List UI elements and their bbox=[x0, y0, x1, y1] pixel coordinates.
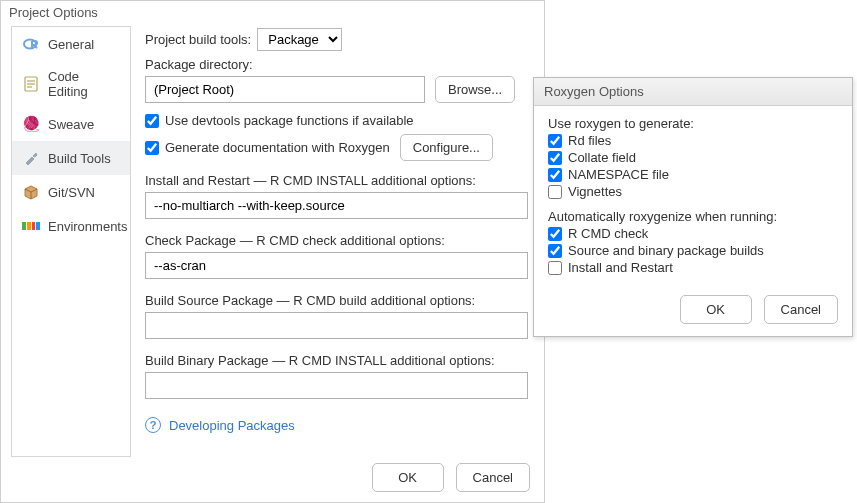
browse-button[interactable]: Browse... bbox=[435, 76, 515, 103]
build-bin-opts-input[interactable] bbox=[145, 372, 528, 399]
sidebar-item-label: Sweave bbox=[48, 117, 94, 132]
project-options-dialog: Project Options General Code Editing bbox=[0, 0, 545, 503]
gen-roxygen-checkbox[interactable] bbox=[145, 141, 159, 155]
help-icon: ? bbox=[145, 417, 161, 433]
roxygen-gen-heading: Use roxygen to generate: bbox=[548, 116, 838, 131]
pkg-dir-input[interactable] bbox=[145, 76, 425, 103]
sweave-icon: 🧶 bbox=[22, 115, 40, 133]
sidebar-nav: General Code Editing 🧶 Sweave Build bbox=[11, 26, 131, 457]
use-devtools-label: Use devtools package functions if availa… bbox=[165, 113, 414, 128]
roxygen-gen-namespace[interactable]: NAMESPACE file bbox=[548, 167, 838, 182]
sidebar-item-general[interactable]: General bbox=[12, 27, 130, 61]
roxygen-auto-check[interactable]: R CMD check bbox=[548, 226, 838, 241]
install-opts-input[interactable] bbox=[145, 192, 528, 219]
roxygen-gen-collate[interactable]: Collate field bbox=[548, 150, 838, 165]
r-logo-icon bbox=[22, 35, 40, 53]
sidebar-item-label: Git/SVN bbox=[48, 185, 95, 200]
cancel-button[interactable]: Cancel bbox=[456, 463, 530, 492]
dialog-footer: OK Cancel bbox=[372, 463, 530, 492]
sidebar-item-environments[interactable]: Environments bbox=[12, 209, 130, 243]
sidebar-item-sweave[interactable]: 🧶 Sweave bbox=[12, 107, 130, 141]
build-tools-pane: Project build tools: Package Package dir… bbox=[131, 26, 534, 457]
roxygen-dialog-title: Roxygen Options bbox=[534, 78, 852, 106]
check-opts-input[interactable] bbox=[145, 252, 528, 279]
install-opts-label: Install and Restart — R CMD INSTALL addi… bbox=[145, 173, 528, 188]
roxygen-ok-button[interactable]: OK bbox=[680, 295, 752, 324]
dialog-title: Project Options bbox=[1, 1, 544, 26]
use-devtools-row[interactable]: Use devtools package functions if availa… bbox=[145, 113, 528, 128]
sidebar-item-code-editing[interactable]: Code Editing bbox=[12, 61, 130, 107]
build-bin-opts-label: Build Binary Package — R CMD INSTALL add… bbox=[145, 353, 528, 368]
use-devtools-checkbox[interactable] bbox=[145, 114, 159, 128]
tools-icon bbox=[22, 149, 40, 167]
ok-button[interactable]: OK bbox=[372, 463, 444, 492]
gen-roxygen-row[interactable]: Generate documentation with Roxygen bbox=[145, 140, 390, 155]
roxygen-cancel-button[interactable]: Cancel bbox=[764, 295, 838, 324]
developing-packages-link[interactable]: Developing Packages bbox=[169, 418, 295, 433]
sidebar-item-label: General bbox=[48, 37, 94, 52]
roxygen-gen-rd[interactable]: Rd files bbox=[548, 133, 838, 148]
build-tools-label: Project build tools: bbox=[145, 32, 251, 47]
roxygen-auto-build[interactable]: Source and binary package builds bbox=[548, 243, 838, 258]
document-icon bbox=[22, 75, 40, 93]
roxygen-auto-install[interactable]: Install and Restart bbox=[548, 260, 838, 275]
check-opts-label: Check Package — R CMD check additional o… bbox=[145, 233, 528, 248]
roxygen-gen-vignettes[interactable]: Vignettes bbox=[548, 184, 838, 199]
roxygen-auto-heading: Automatically roxygenize when running: bbox=[548, 209, 838, 224]
package-box-icon bbox=[22, 183, 40, 201]
sidebar-item-label: Build Tools bbox=[48, 151, 111, 166]
build-src-opts-label: Build Source Package — R CMD build addit… bbox=[145, 293, 528, 308]
sidebar-item-git-svn[interactable]: Git/SVN bbox=[12, 175, 130, 209]
sidebar-item-label: Environments bbox=[48, 219, 127, 234]
build-tools-select[interactable]: Package bbox=[257, 28, 342, 51]
sidebar-item-label: Code Editing bbox=[48, 69, 120, 99]
roxygen-options-dialog: Roxygen Options Use roxygen to generate:… bbox=[533, 77, 853, 337]
pkg-dir-label: Package directory: bbox=[145, 57, 528, 72]
sidebar-item-build-tools[interactable]: Build Tools bbox=[12, 141, 130, 175]
configure-button[interactable]: Configure... bbox=[400, 134, 493, 161]
environments-icon bbox=[22, 217, 40, 235]
gen-roxygen-label: Generate documentation with Roxygen bbox=[165, 140, 390, 155]
dialog-body: General Code Editing 🧶 Sweave Build bbox=[1, 26, 544, 457]
build-src-opts-input[interactable] bbox=[145, 312, 528, 339]
